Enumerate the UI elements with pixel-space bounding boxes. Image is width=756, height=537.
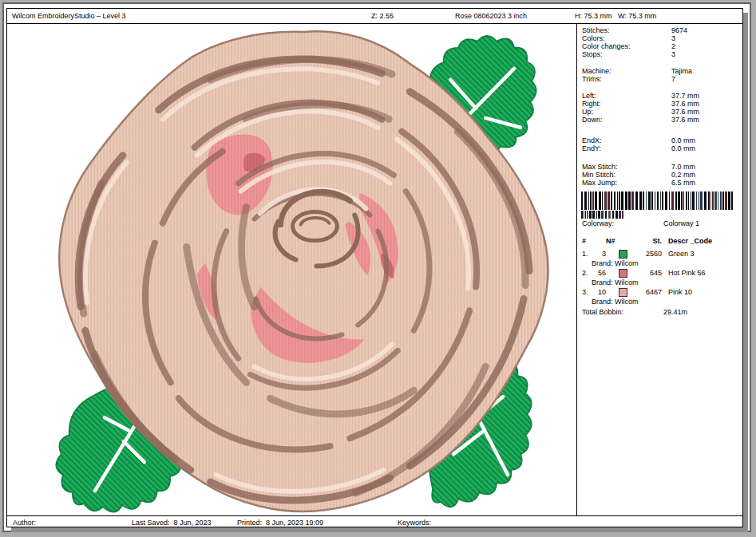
app-title: Wilcom EmbroideryStudio – Level 3 — [12, 12, 126, 20]
barcode-bar — [712, 192, 714, 210]
stat-label: Min Stitch: — [582, 171, 615, 179]
details-panel: Stitches:9674Colors:3Color changes:2Stop… — [576, 24, 742, 515]
thread-color-name: Hot Pink 56 — [668, 269, 706, 278]
thread-row-number: 2. — [582, 269, 588, 278]
thread-color-swatch — [619, 288, 627, 297]
design-name: Rose 08062023 3 inch — [455, 12, 527, 20]
stat-row: Right:37.6 mm — [577, 100, 742, 108]
stat-value: 9674 — [671, 26, 687, 34]
barcode-bar — [651, 192, 653, 210]
barcode-bar — [619, 192, 620, 210]
barcode-tail — [581, 211, 627, 219]
barcode-bar — [599, 192, 601, 210]
barcode-bar — [587, 211, 588, 219]
colorway-value: Colorway 1 — [663, 219, 699, 227]
stat-label: Left: — [582, 92, 596, 100]
stat-row: Machine:Tajima — [577, 67, 742, 75]
thread-brand-label: Brand: Wilcom — [592, 259, 639, 268]
thread-needle-number: 10 — [588, 288, 606, 297]
barcode-bar — [612, 211, 614, 219]
stat-value: Tajima — [671, 67, 692, 75]
header-bar: Wilcom EmbroideryStudio – Level 3 Z: 2.5… — [7, 9, 742, 24]
thread-row: 1.32560Green 3 — [577, 250, 742, 259]
thread-stitch-count: 6467 — [628, 288, 662, 297]
total-bobbin-value: 29.41m — [663, 308, 687, 316]
stat-label: Max Stitch: — [582, 163, 618, 171]
keywords-label: Keywords: — [398, 519, 431, 527]
stat-label: Max Jump: — [582, 179, 617, 187]
stat-label: Up: — [582, 108, 593, 116]
barcode-bar — [589, 211, 592, 219]
stat-row: EndY:0.0 mm — [577, 144, 742, 152]
stat-value: 0.2 mm — [671, 171, 695, 179]
thread-brand-label: Brand: Wilcom — [592, 278, 639, 287]
stat-row: Down:37.6 mm — [577, 116, 742, 124]
thread-table-header: # N# St. Descr _Code — [577, 237, 742, 247]
barcode-bar — [678, 192, 680, 210]
thread-row: 2.56645Hot Pink 56 — [577, 269, 742, 278]
barcode-bar — [725, 192, 727, 210]
author-label: Author: — [13, 519, 36, 527]
design-canvas[interactable] — [7, 24, 576, 515]
stat-value: 7.0 mm — [671, 163, 695, 171]
barcode-bar — [675, 192, 677, 210]
stat-label: Right: — [582, 100, 601, 108]
col-header-needle: N# — [606, 237, 615, 245]
barcode-bar — [631, 192, 634, 210]
barcode-bar — [622, 211, 623, 219]
stat-row: Min Stitch:0.2 mm — [577, 171, 742, 179]
barcode-bar — [595, 192, 597, 210]
barcode-bar — [728, 192, 730, 210]
barcode-bar — [581, 192, 583, 210]
barcode-bar — [722, 192, 724, 210]
thread-color-name: Green 3 — [668, 250, 695, 259]
stat-value: 3 — [671, 50, 675, 58]
stat-value: 6.5 mm — [671, 179, 695, 187]
thread-color-name: Pink 10 — [668, 288, 692, 297]
barcode-bar — [710, 192, 711, 210]
thread-brand: Brand: Wilcom — [577, 259, 742, 269]
stat-label: EndY: — [582, 144, 601, 152]
thread-brand: Brand: Wilcom — [577, 278, 742, 288]
stat-row: Left:37.7 mm — [577, 92, 742, 100]
barcode-bar — [643, 192, 644, 210]
footer-bar: Author: Last Saved: 8 Jun, 2023 Printed:… — [7, 515, 742, 527]
barcode-bar — [581, 211, 583, 219]
barcode-bar — [584, 211, 584, 219]
stat-label: Colors: — [582, 34, 605, 42]
stat-group: Left:37.7 mmRight:37.6 mmUp:37.6 mmDown:… — [577, 92, 742, 124]
barcode-bar — [662, 192, 663, 210]
printed: Printed: 8 Jun, 2023 19:09 — [237, 519, 323, 527]
barcode-bar — [608, 211, 611, 219]
stat-label: Stitches: — [582, 26, 610, 34]
thread-row-number: 1. — [582, 250, 588, 259]
barcode-bar — [628, 192, 631, 210]
stat-value: 37.6 mm — [671, 116, 699, 124]
barcode-bar — [665, 192, 667, 210]
barcode-bar — [669, 192, 670, 210]
barcode-bar — [648, 192, 651, 210]
stat-row: Color changes:2 — [577, 42, 742, 50]
total-bobbin-label: Total Bobbin: — [582, 308, 623, 316]
colorway-row: Colorway: Colorway 1 — [577, 219, 742, 228]
barcode-bar — [655, 192, 655, 210]
barcode-bar — [585, 211, 586, 219]
barcode-bar — [601, 211, 604, 219]
thread-needle-number: 3 — [588, 250, 606, 259]
stat-value: 0.0 mm — [671, 136, 695, 144]
barcode-bar — [611, 192, 612, 210]
barcode-bar — [596, 211, 597, 219]
barcode-bar — [614, 192, 615, 210]
thread-row-number: 3. — [582, 288, 588, 297]
barcode-bar — [691, 192, 691, 210]
barcode — [581, 192, 734, 210]
barcode-bar — [602, 192, 603, 210]
thread-needle-number: 56 — [588, 269, 606, 278]
stat-value: 2 — [671, 42, 675, 50]
worksheet-page: Wilcom EmbroideryStudio – Level 3 Z: 2.5… — [6, 8, 743, 527]
stat-label: Machine: — [582, 67, 612, 75]
barcode-bar — [625, 192, 627, 210]
barcode-bar — [639, 192, 642, 210]
stat-value: 37.6 mm — [671, 100, 699, 108]
stat-row: Trims:7 — [577, 75, 742, 83]
